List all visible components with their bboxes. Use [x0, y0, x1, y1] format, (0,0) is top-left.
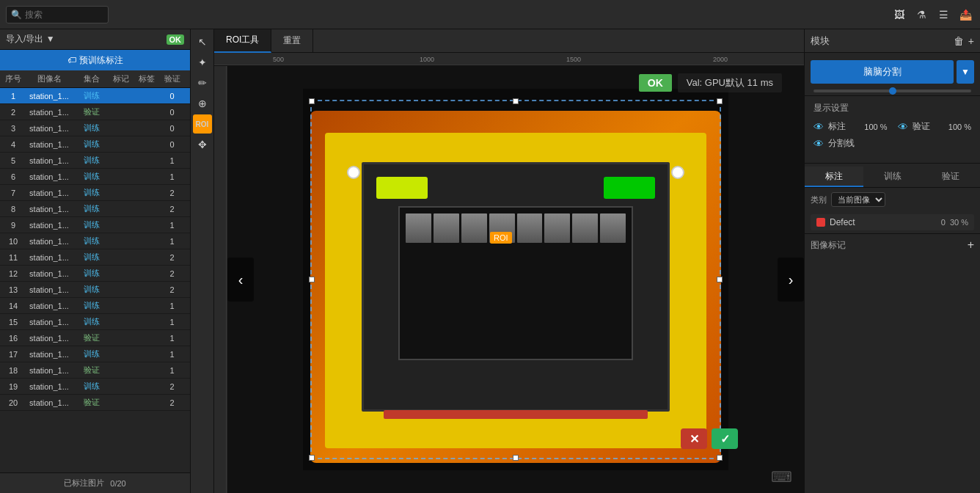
table-row[interactable]: 9 station_1... 训练 1 — [0, 217, 190, 233]
import-export-label: 导入/导出 ▼ — [6, 33, 55, 45]
export-icon-btn[interactable]: 📤 — [957, 6, 974, 23]
row-set: 训练 — [75, 90, 108, 101]
table-row[interactable]: 6 station_1... 训练 1 — [0, 169, 190, 185]
row-name: station_1... — [23, 156, 75, 165]
table-row[interactable]: 20 station_1... 验证 2 — [0, 395, 190, 411]
table-row[interactable]: 12 station_1... 训练 2 — [0, 266, 190, 282]
table-row[interactable]: 18 station_1... 验证 1 — [0, 362, 190, 379]
row-name: station_1... — [23, 92, 75, 101]
tab-roi-tool[interactable]: ROI工具 — [214, 29, 271, 53]
table-row[interactable]: 15 station_1... 训练 1 — [0, 314, 190, 330]
status-label: 已标注图片 — [64, 478, 104, 489]
class-select[interactable]: 当前图像 — [831, 192, 885, 207]
table-row[interactable]: 13 station_1... 训练 2 — [0, 282, 190, 298]
table-row[interactable]: 5 station_1... 训练 1 — [0, 153, 190, 169]
row-verify: 1 — [159, 318, 185, 326]
search-input[interactable] — [25, 10, 103, 20]
slider-track[interactable] — [813, 90, 971, 92]
verify-display-label: 验证 — [913, 120, 944, 133]
row-verify: 2 — [159, 382, 185, 391]
delete-module-btn[interactable]: 🗑 — [954, 35, 964, 47]
divider-eye-icon[interactable]: 👁 — [813, 138, 824, 150]
table-row[interactable]: 2 station_1... 验证 0 — [0, 104, 190, 120]
canvas-inner[interactable]: OK Val: GPU默认 11 ms — [227, 66, 804, 493]
right-panel-title: 模块 — [811, 34, 830, 48]
row-id: 6 — [3, 172, 23, 181]
table-row[interactable]: 17 station_1... 训练 1 — [0, 346, 190, 362]
row-name: station_1... — [23, 124, 75, 133]
tab-training[interactable]: 训练 — [863, 167, 922, 187]
table-row[interactable]: 4 station_1... 训练 0 — [0, 136, 190, 153]
row-verify: 1 — [159, 237, 185, 246]
right-panel: 模块 🗑 + 脑脑分割 ▼ 显示设置 👁 标注 100 % — [804, 29, 980, 493]
cancel-btn[interactable]: ✕ — [681, 428, 707, 449]
val-text: Val: GPU默认 11 ms — [678, 73, 782, 92]
table-row[interactable]: 11 station_1... 训练 2 — [0, 249, 190, 266]
move-tool[interactable]: ✥ — [193, 135, 212, 154]
tab-annotation[interactable]: 标注 — [805, 167, 863, 187]
row-name: station_1... — [23, 237, 75, 246]
table-row[interactable]: 19 station_1... 训练 2 — [0, 379, 190, 395]
cursor-tool[interactable]: ↖ — [193, 32, 212, 51]
center-area: ROI工具 重置 500 1000 1500 2000 — [214, 29, 804, 493]
ok-status: OK — [639, 74, 672, 92]
roi-tool[interactable]: ROI — [193, 114, 212, 134]
import-export-btn[interactable]: 导入/导出 ▼ — [6, 33, 55, 45]
right-panel-header: 模块 🗑 + — [805, 29, 980, 53]
row-name: station_1... — [23, 302, 75, 310]
row-verify: 1 — [159, 172, 185, 181]
tab-verification[interactable]: 验证 — [921, 167, 980, 187]
segmentation-btn[interactable]: 脑脑分割 — [811, 60, 954, 84]
magic-wand-tool[interactable]: ✦ — [193, 53, 212, 72]
keyboard-icon[interactable]: ⌨ — [771, 468, 792, 486]
slider-thumb — [889, 87, 896, 95]
import-export-bar: 导入/导出 ▼ OK — [0, 29, 190, 50]
row-set: 训练 — [75, 300, 108, 311]
row-id: 10 — [3, 237, 23, 246]
row-verify: 2 — [159, 285, 185, 294]
add-module-btn[interactable]: + — [968, 35, 974, 47]
status-overlay: OK Val: GPU默认 11 ms — [639, 73, 782, 92]
verify-eye-icon[interactable]: 👁 — [898, 121, 908, 133]
prev-arrow[interactable]: ‹ — [227, 258, 254, 302]
section-divider — [805, 163, 980, 164]
row-set: 训练 — [75, 139, 108, 150]
row-id: 8 — [3, 205, 23, 213]
table-row[interactable]: 16 station_1... 验证 1 — [0, 330, 190, 346]
list-icon-btn[interactable]: ☰ — [935, 6, 952, 23]
add-annotation-btn[interactable]: + — [968, 238, 974, 252]
row-set: 验证 — [75, 397, 108, 408]
row-name: station_1... — [23, 350, 75, 359]
row-verify: 1 — [159, 156, 185, 165]
segmentation-label: 脑脑分割 — [863, 65, 902, 78]
tab-reset[interactable]: 重置 — [271, 29, 313, 53]
tool-bar: ↖ ✦ ✏ ⊕ ROI ✥ — [191, 29, 214, 493]
row-name: station_1... — [23, 269, 75, 278]
row-set: 验证 — [75, 332, 108, 343]
defect-percent: 30 % — [950, 218, 968, 227]
table-row[interactable]: 1 station_1... 训练 0 — [0, 88, 190, 104]
table-row[interactable]: 3 station_1... 训练 0 — [0, 120, 190, 136]
ruler-horizontal: 500 1000 1500 2000 — [214, 53, 804, 66]
table-row[interactable]: 10 station_1... 训练 1 — [0, 233, 190, 249]
annotate-btn[interactable]: 🏷 预训练标注 — [0, 50, 190, 70]
brush-tool[interactable]: ✏ — [193, 73, 212, 92]
table-row[interactable]: 7 station_1... 训练 2 — [0, 185, 190, 201]
crosshair-tool[interactable]: ⊕ — [193, 94, 212, 113]
table-row[interactable]: 14 station_1... 训练 1 — [0, 298, 190, 314]
row-set: 训练 — [75, 171, 108, 182]
table-row[interactable]: 8 station_1... 训练 2 — [0, 201, 190, 217]
next-arrow[interactable]: › — [778, 258, 804, 302]
label-eye-icon[interactable]: 👁 — [813, 121, 824, 133]
row-set: 训练 — [75, 203, 108, 214]
class-row-header: 类别 当前图像 — [805, 188, 980, 211]
confirm-btn[interactable]: ✓ — [712, 428, 738, 449]
col-name: 图像名 — [23, 73, 75, 84]
search-box[interactable]: 🔍 — [6, 6, 109, 23]
row-set: 训练 — [75, 155, 108, 166]
image-icon-btn[interactable]: 🖼 — [891, 6, 908, 23]
segmentation-dropdown[interactable]: ▼ — [957, 60, 974, 84]
row-verify: 0 — [159, 108, 185, 117]
filter-icon-btn[interactable]: ⚗ — [913, 6, 930, 23]
defect-row[interactable]: Defect 0 30 % — [811, 214, 974, 230]
